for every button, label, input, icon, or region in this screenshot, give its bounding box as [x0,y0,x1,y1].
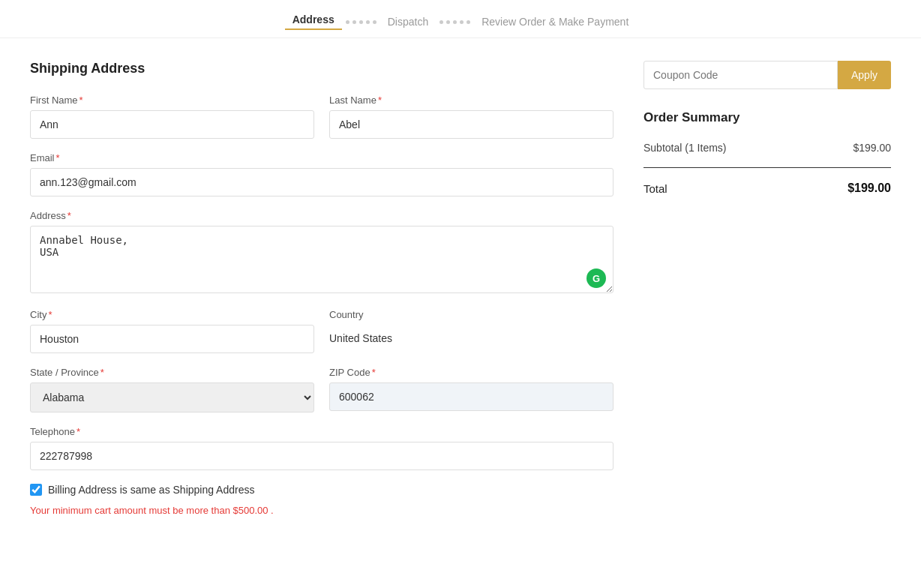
step-dispatch-label: Dispatch [380,16,436,28]
total-amount: $199.00 [848,182,891,195]
order-summary-title: Order Summary [644,110,891,125]
error-message: Your minimum cart amount must be more th… [30,505,614,516]
address-row: Address* Annabel House, USA G [30,210,614,296]
name-row: First Name* Last Name* [30,94,614,139]
country-label: Country [329,309,614,320]
sidebar-section: Apply Order Summary Subtotal (1 Items) $… [644,61,891,566]
first-name-input[interactable] [30,110,314,139]
order-summary: Order Summary Subtotal (1 Items) $199.00… [644,110,891,200]
first-name-label: First Name* [30,94,314,106]
address-label: Address* [30,210,614,221]
billing-same-checkbox[interactable] [30,484,42,496]
step-divider-2 [439,20,471,24]
total-label: Total [644,182,668,195]
state-label: State / Province* [30,367,314,378]
step-address[interactable]: Address [285,14,342,30]
last-name-label: Last Name* [329,94,614,106]
telephone-row: Telephone* [30,426,614,470]
country-group: Country United States [329,309,614,353]
subtotal-label: Subtotal (1 Items) [644,142,727,154]
first-name-group: First Name* [30,94,314,139]
state-group: State / Province* Alabama Alaska Arizona… [30,367,314,412]
form-section: Shipping Address First Name* Last Name* [30,61,614,566]
state-select[interactable]: Alabama Alaska Arizona California Texas [30,382,314,412]
address-textarea-wrapper: Annabel House, USA G [30,226,614,296]
city-label: City* [30,309,314,320]
country-value: United States [329,325,614,344]
email-row: Email* [30,152,614,196]
summary-divider [644,167,891,168]
coupon-input[interactable] [644,61,838,89]
city-country-row: City* Country United States [30,309,614,353]
email-input[interactable] [30,168,614,196]
main-content: Shipping Address First Name* Last Name* [0,38,921,588]
billing-checkbox-row: Billing Address is same as Shipping Addr… [30,484,614,496]
city-group: City* [30,309,314,353]
apply-button[interactable]: Apply [838,61,891,89]
total-row: Total $199.00 [644,177,891,200]
step-divider-1 [345,20,377,24]
telephone-input[interactable] [30,442,614,470]
city-input[interactable] [30,325,314,353]
step-review[interactable]: Review Order & Make Payment [474,16,636,28]
coupon-row: Apply [644,61,891,89]
state-zip-row: State / Province* Alabama Alaska Arizona… [30,367,614,412]
last-name-input[interactable] [329,110,614,139]
subtotal-row: Subtotal (1 Items) $199.00 [644,137,891,158]
telephone-group: Telephone* [30,426,614,470]
steps-bar: Address Dispatch Review Order & Make Pay… [0,0,921,38]
step-address-label: Address [285,14,342,30]
address-group: Address* Annabel House, USA G [30,210,614,296]
grammarly-icon: G [586,268,606,288]
step-review-label: Review Order & Make Payment [474,16,636,28]
address-textarea[interactable]: Annabel House, USA [30,226,614,293]
page-wrapper: Address Dispatch Review Order & Make Pay… [0,0,921,588]
section-title: Shipping Address [30,61,614,76]
subtotal-value: $199.00 [853,142,891,154]
billing-same-label[interactable]: Billing Address is same as Shipping Addr… [48,484,254,496]
email-group: Email* [30,152,614,196]
email-label: Email* [30,152,614,164]
telephone-label: Telephone* [30,426,614,437]
zip-label: ZIP Code* [329,367,614,378]
zip-input[interactable] [329,382,614,411]
last-name-group: Last Name* [329,94,614,139]
step-dispatch[interactable]: Dispatch [380,16,436,28]
zip-group: ZIP Code* [329,367,614,412]
